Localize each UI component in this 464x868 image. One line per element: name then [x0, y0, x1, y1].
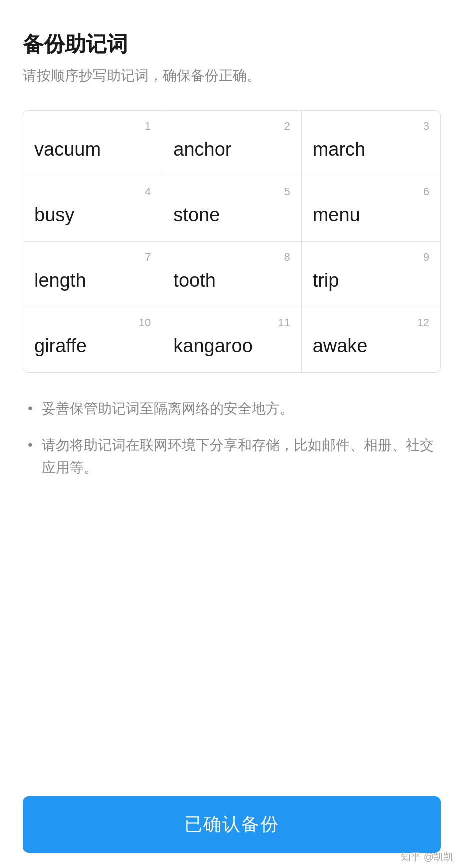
grid-row: 7length8tooth9trip [24, 242, 440, 307]
page-title: 备份助记词 [23, 30, 441, 58]
note-item: •请勿将助记词在联网环境下分享和存储，比如邮件、相册、社交应用等。 [28, 434, 436, 479]
grid-cell: 12awake [302, 307, 440, 372]
grid-cell: 7length [24, 242, 162, 307]
grid-cell: 2anchor [162, 111, 302, 176]
cell-number: 10 [34, 316, 151, 329]
cell-number: 4 [34, 185, 151, 198]
grid-cell: 10giraffe [24, 307, 162, 372]
grid-cell: 3march [302, 111, 440, 176]
page-subtitle: 请按顺序抄写助记词，确保备份正确。 [23, 66, 441, 85]
cell-number: 9 [313, 251, 430, 264]
grid-cell: 1vacuum [24, 111, 162, 176]
cell-number: 12 [313, 316, 430, 329]
grid-cell: 9trip [302, 242, 440, 307]
note-item: •妥善保管助记词至隔离网络的安全地方。 [28, 398, 436, 420]
cell-word: kangaroo [174, 335, 290, 357]
bullet-icon: • [28, 398, 33, 419]
cell-number: 2 [174, 120, 290, 133]
cell-number: 8 [174, 251, 290, 264]
cell-word: vacuum [34, 139, 151, 160]
note-text: 妥善保管助记词至隔离网络的安全地方。 [42, 398, 294, 420]
cell-word: anchor [174, 139, 290, 160]
bottom-bar: 已确认备份 [0, 786, 464, 868]
cell-number: 1 [34, 120, 151, 133]
bullet-icon: • [28, 434, 33, 455]
cell-number: 11 [174, 316, 290, 329]
grid-cell: 11kangaroo [162, 307, 302, 372]
grid-cell: 8tooth [162, 242, 302, 307]
cell-number: 3 [313, 120, 430, 133]
cell-word: menu [313, 204, 430, 226]
grid-row: 4busy5stone6menu [24, 176, 440, 242]
grid-row: 10giraffe11kangaroo12awake [24, 307, 440, 372]
cell-word: busy [34, 204, 151, 226]
grid-cell: 4busy [24, 176, 162, 241]
mnemonic-grid: 1vacuum2anchor3march4busy5stone6menu7len… [23, 110, 441, 373]
notes-section: •妥善保管助记词至隔离网络的安全地方。•请勿将助记词在联网环境下分享和存储，比如… [23, 398, 441, 479]
cell-word: tooth [174, 270, 290, 291]
grid-cell: 6menu [302, 176, 440, 241]
cell-word: march [313, 139, 430, 160]
confirm-backup-button[interactable]: 已确认备份 [23, 796, 441, 853]
grid-cell: 5stone [162, 176, 302, 241]
watermark-text: 知乎 @凯凯 [401, 850, 454, 864]
cell-word: awake [313, 335, 430, 357]
cell-number: 5 [174, 185, 290, 198]
cell-word: giraffe [34, 335, 151, 357]
cell-word: stone [174, 204, 290, 226]
cell-word: trip [313, 270, 430, 291]
page-container: 备份助记词 请按顺序抄写助记词，确保备份正确。 1vacuum2anchor3m… [0, 0, 464, 584]
grid-row: 1vacuum2anchor3march [24, 111, 440, 176]
cell-number: 7 [34, 251, 151, 264]
cell-word: length [34, 270, 151, 291]
cell-number: 6 [313, 185, 430, 198]
note-text: 请勿将助记词在联网环境下分享和存储，比如邮件、相册、社交应用等。 [42, 434, 436, 479]
